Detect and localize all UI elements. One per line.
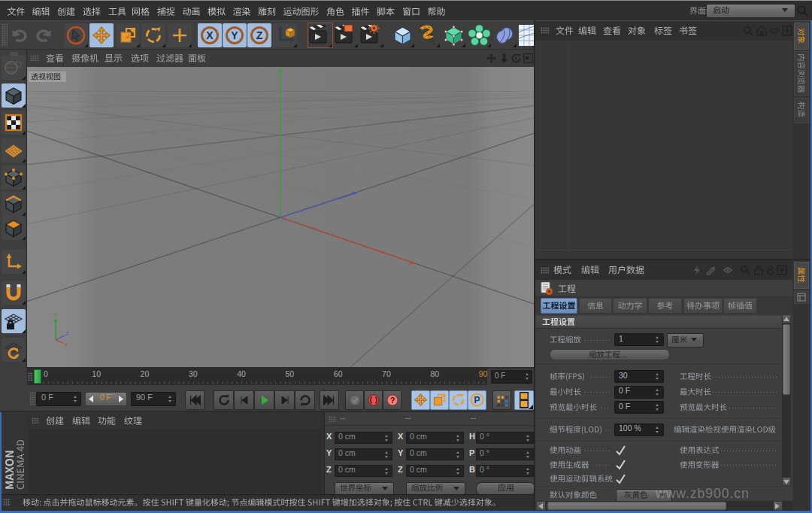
svg-text:?: ? (389, 396, 395, 405)
svg-text:Z: Z (256, 29, 263, 41)
svg-text:X: X (206, 29, 214, 41)
svg-text:Z: Z (65, 330, 69, 337)
svg-text:X: X (64, 341, 68, 346)
svg-text:Y: Y (231, 29, 238, 41)
svg-text:Y: Y (53, 311, 58, 318)
svg-text:P: P (474, 395, 480, 405)
